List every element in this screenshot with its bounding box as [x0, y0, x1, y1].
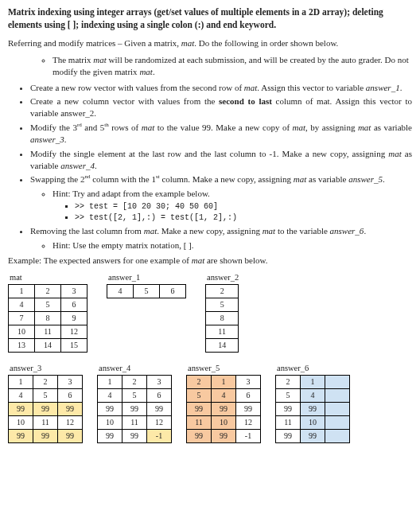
table-cell: 4 [212, 388, 236, 402]
table-cell: 11 [33, 415, 58, 429]
table-cell: 2 [187, 375, 212, 388]
table-cell: 2 [33, 375, 58, 388]
table-answer4: answer_4 1234569999991011129999-1 [97, 364, 172, 443]
table-cell: 14 [35, 338, 61, 352]
table-cell: -1 [147, 429, 172, 442]
page-title: Matrix indexing using integer arrays (ge… [8, 6, 412, 31]
table-cell: 6 [61, 298, 88, 311]
table-cell: 12 [61, 325, 88, 338]
table-cell: 6 [147, 388, 172, 402]
table-answer6: answer_6 2154999911109999 [275, 364, 350, 443]
table-cell: 99 [33, 429, 58, 442]
table-cell: 12 [147, 415, 172, 429]
table-cell: 99 [122, 402, 147, 415]
table-cell: 7 [9, 311, 35, 325]
table-cell-empty [325, 415, 350, 429]
table-answer5: answer_5 2135469999991110129999-1 [186, 364, 261, 443]
table-cell: 99 [187, 402, 212, 415]
table-cell: 10 [98, 415, 122, 429]
table-cell: 6 [236, 388, 261, 402]
table-cell: 8 [206, 311, 239, 325]
table-cell: 2 [35, 284, 61, 298]
table-cell: 12 [58, 415, 83, 429]
table-cell: 11 [35, 325, 61, 338]
table-answer2: answer_2 2581114 [205, 273, 239, 353]
table-cell: 99 [9, 402, 33, 415]
table-cell: 2 [122, 375, 147, 388]
table-cell: 99 [58, 402, 83, 415]
table-cell: 99 [212, 402, 236, 415]
table-cell: 99 [212, 429, 236, 442]
table-cell: 10 [301, 415, 325, 429]
table-cell: 4 [9, 298, 35, 311]
intro-paragraph: Referring and modify matrices – Given a … [8, 37, 412, 49]
table-cell: 99 [98, 429, 122, 442]
table-cell: 3 [58, 375, 83, 388]
bullet-answer5: Swapping the 2nd column with the 1st col… [30, 173, 412, 224]
bullet-answer3: Modify the 3rd and 5th rows of mat to th… [30, 122, 412, 146]
table-answer3: answer_3 123456999999101112999999 [8, 364, 83, 443]
table-cell: 99 [187, 429, 212, 442]
table-cell: 5 [187, 388, 212, 402]
table-cell: 11 [206, 325, 239, 338]
table-cell: 3 [61, 284, 88, 298]
table-cell: 15 [61, 338, 88, 352]
table-cell: 9 [61, 311, 88, 325]
table-cell: 99 [276, 429, 301, 442]
table-cell: 5 [276, 388, 301, 402]
table-cell: 6 [58, 388, 83, 402]
table-cell: 99 [301, 402, 325, 415]
bullet-answer4: Modify the single element at the last ro… [30, 148, 412, 173]
table-cell: 3 [236, 375, 261, 388]
table-cell: 5 [33, 388, 58, 402]
table-cell: 99 [236, 402, 261, 415]
table-cell: 99 [98, 402, 122, 415]
table-cell: 1 [301, 375, 325, 388]
table-mat: mat 123456789101112131415 [8, 273, 88, 353]
code-line-1: >> test = [10 20 30; 40 50 60] [75, 201, 412, 212]
table-cell: 4 [301, 388, 325, 402]
table-cell: 99 [301, 429, 325, 442]
hint-empty: Hint: Use the empty matrix notation, [ ]… [52, 240, 412, 251]
bullet-answer6: Removing the last column from mat. Make … [30, 225, 412, 251]
table-cell: 11 [187, 415, 212, 429]
table-cell: 4 [107, 284, 134, 298]
hint-swap: Hint: Try and adapt from the example bel… [52, 188, 412, 200]
table-cell: 99 [276, 402, 301, 415]
table-cell-empty [325, 388, 350, 402]
table-cell: 99 [33, 402, 58, 415]
table-cell: 5 [134, 284, 160, 298]
table-cell: 99 [147, 402, 172, 415]
table-answer1: answer_1 456 [107, 273, 186, 298]
table-cell: 2 [276, 375, 301, 388]
table-cell-empty [325, 375, 350, 388]
table-cell: 10 [9, 325, 35, 338]
table-cell: 1 [212, 375, 236, 388]
table-cell: 11 [122, 415, 147, 429]
bullet-answer1: Create a new row vector with values from… [30, 82, 412, 94]
example-intro: Example: The expected answers for one ex… [8, 255, 412, 267]
table-cell: 14 [206, 338, 239, 352]
table-cell: 99 [9, 429, 33, 442]
table-cell: 11 [276, 415, 301, 429]
bullet-answer2: Create a new column vector with values f… [30, 95, 412, 120]
table-cell: 99 [58, 429, 83, 442]
note-randomized: The matrix mat will be randomized at eac… [52, 54, 412, 79]
table-cell-empty [325, 402, 350, 415]
table-cell: 5 [206, 298, 239, 311]
table-cell: 10 [212, 415, 236, 429]
table-cell: 99 [122, 429, 147, 442]
table-cell: 1 [98, 375, 122, 388]
table-cell: 5 [35, 298, 61, 311]
table-cell: 1 [9, 284, 35, 298]
table-cell: 1 [9, 375, 33, 388]
table-cell: -1 [236, 429, 261, 442]
table-cell: 5 [122, 388, 147, 402]
table-cell: 6 [160, 284, 186, 298]
table-cell: 4 [9, 388, 33, 402]
code-line-2: >> test([2, 1],:) = test([1, 2],:) [75, 212, 412, 224]
table-cell: 10 [9, 415, 33, 429]
table-cell: 4 [98, 388, 122, 402]
table-cell: 13 [9, 338, 35, 352]
table-cell-empty [325, 429, 350, 442]
